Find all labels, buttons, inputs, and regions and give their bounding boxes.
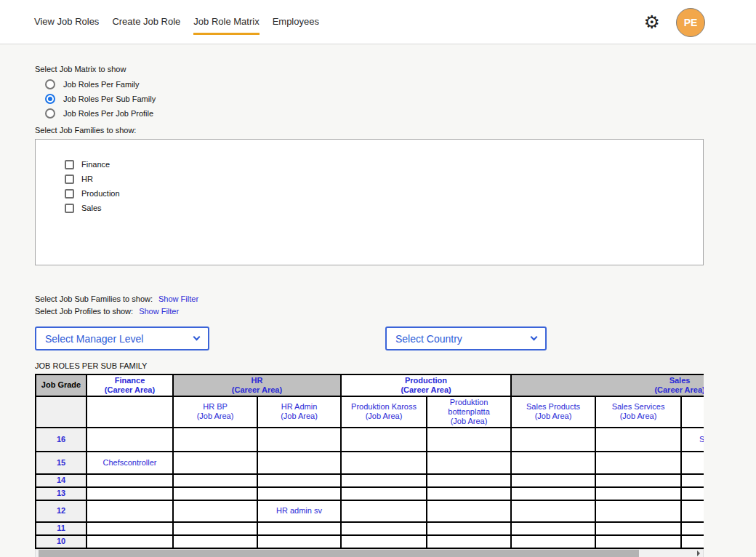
matrix-cell[interactable] [427, 500, 511, 522]
radio-job-roles-per-family[interactable]: Job Roles Per Family [45, 77, 704, 92]
matrix-cell[interactable] [681, 535, 704, 548]
tab-employees[interactable]: Employees [273, 9, 319, 35]
checkbox-icon[interactable] [65, 189, 74, 199]
table-row-grade-11: 11 [36, 522, 704, 535]
matrix-cell[interactable] [341, 428, 427, 452]
job-area-header [87, 396, 173, 428]
country-dropdown[interactable]: Select Country [385, 326, 547, 350]
matrix-cell[interactable] [681, 500, 704, 522]
job-grade-column-header: Job Grade [36, 374, 87, 396]
matrix-cell[interactable] [341, 474, 427, 487]
matrix-cell[interactable] [681, 522, 704, 535]
grade-link[interactable]: 11 [36, 522, 87, 535]
subfamilies-show-filter-link[interactable]: Show Filter [158, 294, 198, 303]
matrix-cell[interactable] [595, 522, 681, 535]
grade-link[interactable]: 16 [36, 428, 87, 452]
matrix-cell[interactable] [173, 474, 257, 487]
tab-view-job-roles[interactable]: View Job Roles [34, 9, 99, 35]
matrix-cell[interactable] [257, 474, 341, 487]
checkbox-family-finance[interactable]: Finance [65, 157, 703, 172]
matrix-cell[interactable] [511, 452, 595, 474]
matrix-cell[interactable] [173, 522, 257, 535]
matrix-cell[interactable] [257, 522, 341, 535]
matrix-cell[interactable] [595, 535, 681, 548]
main-content: Select Job Matrix to show Job Roles Per … [0, 44, 756, 557]
settings-gear-icon[interactable]: ⚙ [644, 13, 660, 31]
matrix-cell[interactable] [511, 522, 595, 535]
matrix-cell[interactable] [681, 474, 704, 487]
matrix-cell[interactable] [341, 500, 427, 522]
radio-icon[interactable] [45, 108, 55, 119]
grade-link[interactable]: 10 [36, 535, 87, 548]
profiles-show-filter-link[interactable]: Show Filter [139, 307, 179, 316]
checkbox-family-sales[interactable]: Sales [65, 201, 703, 215]
matrix-cell[interactable] [173, 487, 257, 500]
matrix-cell[interactable] [341, 452, 427, 474]
matrix-cell[interactable] [87, 487, 173, 500]
matrix-cell[interactable] [173, 428, 257, 452]
matrix-cell[interactable] [427, 452, 511, 474]
matrix-cell[interactable] [87, 428, 173, 452]
matrix-cell[interactable] [595, 500, 681, 522]
scroll-right-arrow[interactable] [694, 550, 703, 557]
matrix-cell[interactable] [427, 487, 511, 500]
radio-job-roles-per-job-profile[interactable]: Job Roles Per Job Profile [45, 106, 704, 121]
matrix-cell[interactable] [257, 428, 341, 452]
matrix-cell-chefscontroller[interactable]: Chefscontroller [87, 452, 173, 474]
radio-icon[interactable] [45, 79, 55, 89]
checkbox-family-hr[interactable]: HR [65, 172, 703, 186]
matrix-cell[interactable] [427, 474, 511, 487]
user-avatar[interactable]: PE [676, 8, 705, 37]
grade-link[interactable]: 12 [36, 500, 87, 522]
matrix-cell[interactable] [595, 452, 681, 474]
grade-link[interactable]: 13 [36, 487, 87, 500]
horizontal-scrollbar[interactable] [35, 549, 704, 557]
career-area-type: (Career Area) [175, 385, 339, 395]
job-area-header-sales-products: Sales Products(Job Area) [511, 396, 595, 428]
checkbox-icon[interactable] [65, 160, 74, 169]
matrix-cell[interactable] [511, 535, 595, 548]
radio-job-roles-per-sub-family[interactable]: Job Roles Per Sub Family [45, 92, 704, 106]
matrix-cell[interactable] [257, 487, 341, 500]
matrix-cell[interactable] [427, 522, 511, 535]
matrix-cell-hr-admin-sv[interactable]: HR admin sv [257, 500, 341, 522]
nav-tabs: View Job Roles Create Job Role Job Role … [34, 9, 319, 35]
matrix-cell[interactable] [681, 487, 704, 500]
checkbox-icon[interactable] [65, 175, 74, 184]
career-area-header-row: Job Grade Finance (Career Area) HR (Care… [36, 374, 704, 396]
manager-level-dropdown[interactable]: Select Manager Level [35, 326, 209, 350]
matrix-cell[interactable] [87, 474, 173, 487]
matrix-cell[interactable] [257, 535, 341, 548]
grade-link[interactable]: 15 [36, 452, 87, 474]
matrix-cell[interactable] [595, 428, 681, 452]
matrix-cell[interactable] [511, 500, 595, 522]
matrix-cell[interactable] [341, 522, 427, 535]
checkbox-family-production[interactable]: Production [65, 186, 703, 201]
tab-job-role-matrix[interactable]: Job Role Matrix [193, 9, 259, 35]
matrix-cell[interactable] [595, 474, 681, 487]
matrix-cell[interactable] [511, 474, 595, 487]
matrix-cell[interactable] [173, 452, 257, 474]
radio-icon-checked[interactable] [45, 94, 55, 104]
scrollbar-thumb[interactable] [39, 550, 639, 557]
table-row-grade-15: 15 Chefscontroller [36, 452, 704, 474]
matrix-cell-clipped[interactable]: S [681, 428, 704, 452]
checkbox-icon[interactable] [65, 204, 74, 213]
matrix-cell[interactable] [341, 535, 427, 548]
matrix-cell[interactable] [511, 428, 595, 452]
matrix-cell[interactable] [87, 522, 173, 535]
matrix-cell[interactable] [511, 487, 595, 500]
matrix-cell[interactable] [681, 452, 704, 474]
career-area-name: Production [343, 376, 509, 385]
matrix-cell[interactable] [173, 535, 257, 548]
matrix-cell[interactable] [173, 500, 257, 522]
matrix-cell[interactable] [87, 500, 173, 522]
matrix-cell[interactable] [595, 487, 681, 500]
matrix-cell[interactable] [257, 452, 341, 474]
matrix-cell[interactable] [87, 535, 173, 548]
tab-create-job-role[interactable]: Create Job Role [112, 9, 180, 35]
grade-link[interactable]: 14 [36, 474, 87, 487]
matrix-cell[interactable] [427, 535, 511, 548]
matrix-cell[interactable] [341, 487, 427, 500]
matrix-cell[interactable] [427, 428, 511, 452]
